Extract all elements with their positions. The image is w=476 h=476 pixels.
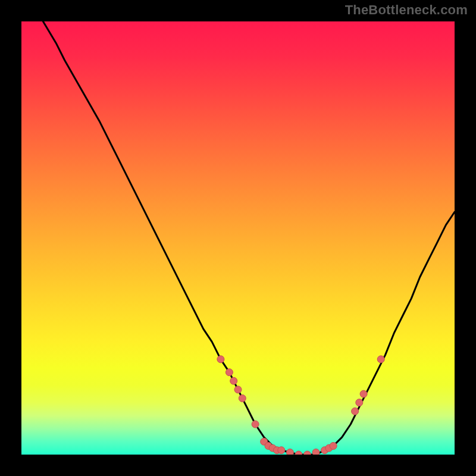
data-marker <box>360 390 367 397</box>
data-marker <box>377 356 384 363</box>
data-marker <box>295 451 302 455</box>
plot-area <box>21 21 455 455</box>
data-marker <box>217 356 224 363</box>
data-marker <box>330 442 337 449</box>
data-marker <box>278 447 285 454</box>
data-marker <box>356 399 363 406</box>
data-marker <box>226 369 233 376</box>
data-marker <box>312 449 320 455</box>
data-marker <box>252 421 259 428</box>
marker-group <box>217 356 384 455</box>
data-marker <box>286 449 293 455</box>
chart-frame: TheBottleneck.com <box>0 0 476 476</box>
data-marker <box>304 451 311 455</box>
curve-svg <box>21 21 455 455</box>
data-marker <box>234 386 242 393</box>
bottleneck-curve <box>43 21 455 455</box>
data-marker <box>352 408 359 415</box>
watermark-text: TheBottleneck.com <box>345 2 468 18</box>
data-marker <box>230 377 237 384</box>
data-marker <box>239 394 246 402</box>
